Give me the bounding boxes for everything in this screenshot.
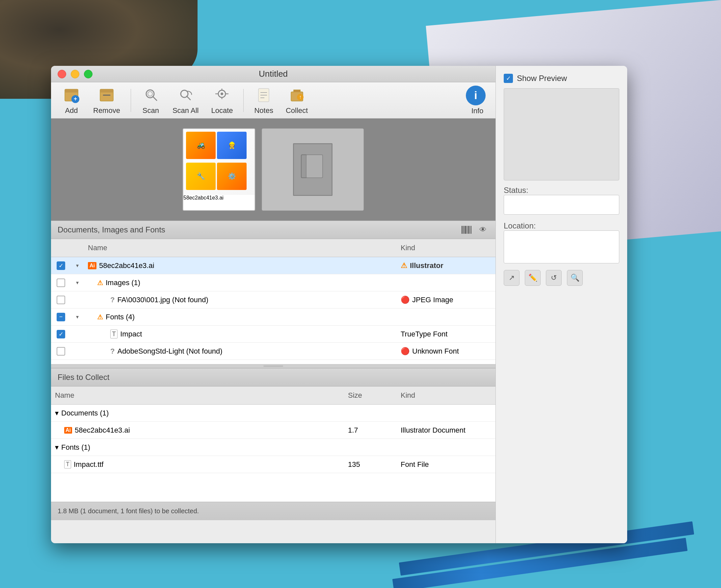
table-row[interactable]: ✓ T Impact TrueType Font <box>51 326 495 343</box>
location-input[interactable] <box>504 230 619 264</box>
table-row[interactable]: ? AdobeSongStd-Light (Not found) 🔴 Unkno… <box>51 343 495 360</box>
checkbox-impact[interactable]: ✓ <box>57 330 65 338</box>
fonts-group-name: Fonts (4) <box>106 313 135 321</box>
col-header-kind: Kind <box>397 239 495 257</box>
minimize-button[interactable] <box>71 70 79 78</box>
checkbox-images[interactable] <box>57 278 65 287</box>
row-expand-images[interactable]: ▾ <box>71 279 84 286</box>
resize-handle[interactable] <box>51 364 495 368</box>
expand-arrow-ai[interactable]: ▾ <box>76 262 79 269</box>
show-preview-checkbox[interactable]: ✓ <box>504 74 513 83</box>
row-checkbox-impact[interactable]: ✓ <box>51 330 71 338</box>
top-table: Name Kind ✓ ▾ Ai 58ec2abc41e3.ai ⚠ Illus… <box>51 239 495 364</box>
row-checkbox-images[interactable] <box>51 278 71 287</box>
kind-adobesong: Unknown Font <box>412 347 459 356</box>
notes-button[interactable]: Notes <box>250 83 278 118</box>
info-container[interactable]: i Info <box>466 86 489 115</box>
checkbox-ai[interactable]: ✓ <box>57 261 65 270</box>
collect-label: Collect <box>286 106 308 115</box>
refresh-action-icon[interactable]: ↺ <box>546 270 561 286</box>
thumb-item-3: 🔧 <box>186 163 216 190</box>
expand-arrow-images[interactable]: ▾ <box>76 279 79 286</box>
location-label: Location: <box>504 221 536 230</box>
collect-ai-name: Ai 58ec2abc41e3.ai <box>51 423 344 438</box>
scan-all-label: Scan All <box>172 106 199 115</box>
svg-rect-27 <box>462 226 463 234</box>
status-error-adobesong: 🔴 <box>401 347 409 356</box>
svg-line-11 <box>187 96 190 100</box>
row-checkbox-adobesong[interactable] <box>51 347 71 356</box>
collect-impact-icon: T <box>64 460 71 468</box>
collect-impact-size: 135 <box>344 457 397 472</box>
section-title-top: Documents, Images and Fonts <box>58 225 165 234</box>
row-expand-ai[interactable]: ▾ <box>71 262 84 269</box>
status-input[interactable] <box>504 195 619 215</box>
search-action-icon[interactable]: 🔍 <box>567 270 583 286</box>
collect-col-header-kind: Kind <box>397 386 495 404</box>
barcode-icon[interactable] <box>461 224 472 236</box>
thumb-item-1: 🚜 <box>186 132 216 159</box>
row-name-impact: T Impact <box>84 326 397 342</box>
collect-docs-kind <box>397 410 495 417</box>
status-warn-images: ⚠ <box>97 279 103 287</box>
row-name-fonts: ⚠ Fonts (4) <box>84 310 397 324</box>
info-label: Info <box>471 107 484 115</box>
row-checkbox-ai[interactable]: ✓ <box>51 261 71 270</box>
info-button[interactable]: i <box>466 86 486 105</box>
checkbox-adobesong[interactable] <box>57 347 65 356</box>
table-row[interactable]: ✓ ▾ Ai 58ec2abc41e3.ai ⚠ Illustrator <box>51 257 495 274</box>
table-row[interactable]: ▾ Fonts (1) <box>51 439 495 456</box>
window-title: Untitled <box>259 69 288 79</box>
maximize-button[interactable] <box>84 70 92 78</box>
impact-name: Impact <box>120 330 142 338</box>
table-row[interactable]: Ai 58ec2abc41e3.ai 1.7 Illustrator Docum… <box>51 422 495 439</box>
docs-group-expand[interactable]: ▾ <box>55 409 59 418</box>
jpg-file-name: FA\0030\001.jpg (Not found) <box>117 296 208 304</box>
add-label: Add <box>65 106 78 115</box>
table-row[interactable]: ? FA\0030\001.jpg (Not found) 🔴 JPEG Ima… <box>51 291 495 309</box>
resize-indicator <box>263 365 283 367</box>
thumb-item-2: 👷 <box>217 132 247 159</box>
collect-ai-size: 1.7 <box>344 423 397 438</box>
main-window: Untitled + Add <box>51 66 627 543</box>
table-row[interactable]: − ▾ ⚠ Fonts (4) <box>51 309 495 326</box>
collect-impact-label: Impact.ttf <box>74 460 103 469</box>
right-actions: ↗ ✏️ ↺ 🔍 <box>504 270 619 286</box>
table-header-row: Name Kind <box>51 239 495 257</box>
close-button[interactable] <box>58 70 66 78</box>
row-expand-fonts[interactable]: ▾ <box>71 314 84 320</box>
svg-rect-31 <box>468 226 469 234</box>
table-row[interactable]: ? MicrosoftYaHei (Not found) 🔴 Unknown F… <box>51 360 495 364</box>
collect-fonts-label: Fonts (1) <box>61 443 90 452</box>
row-name-images: ⚠ Images (1) <box>84 275 397 290</box>
checkbox-jpg[interactable] <box>57 296 65 304</box>
title-bar: Untitled <box>51 66 495 82</box>
checkbox-fonts[interactable]: − <box>57 313 65 321</box>
remove-label: Remove <box>93 106 120 115</box>
kind-impact: TrueType Font <box>401 330 447 338</box>
row-checkbox-jpg[interactable] <box>51 296 71 304</box>
scan-button[interactable]: Scan <box>137 83 165 118</box>
locate-button[interactable]: Locate <box>207 83 237 118</box>
scan-all-button[interactable]: Scan All <box>168 83 204 118</box>
row-checkbox-fonts[interactable]: − <box>51 313 71 321</box>
collect-fonts-size <box>344 444 397 451</box>
scan-icon <box>142 86 160 104</box>
gray-preview <box>262 128 364 211</box>
table-row[interactable]: T Impact.ttf 135 Font File <box>51 456 495 473</box>
info-icon: i <box>474 89 477 102</box>
remove-button[interactable]: Remove <box>89 83 125 118</box>
add-button[interactable]: + Add <box>58 83 85 118</box>
collect-docs-size <box>344 410 397 417</box>
eye-icon[interactable]: 👁 <box>477 224 489 236</box>
ai-file-name: 58ec2abc41e3.ai <box>99 261 154 270</box>
share-action-icon[interactable]: ↗ <box>504 270 519 286</box>
collect-button[interactable]: ↑ Collect <box>281 83 313 118</box>
row-name-jpg: ? FA\0030\001.jpg (Not found) <box>84 292 397 308</box>
table-row[interactable]: ▾ Documents (1) <box>51 405 495 422</box>
edit-action-icon[interactable]: ✏️ <box>525 270 540 286</box>
fonts-group-expand[interactable]: ▾ <box>55 443 59 452</box>
section-header-top: Documents, Images and Fonts 👁 <box>51 220 495 239</box>
expand-arrow-fonts[interactable]: ▾ <box>76 314 79 320</box>
table-row[interactable]: ▾ ⚠ Images (1) <box>51 274 495 291</box>
